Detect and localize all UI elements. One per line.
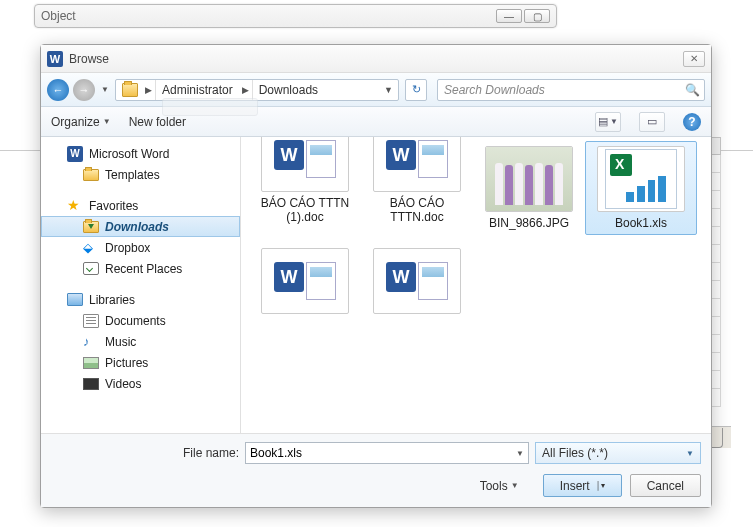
address-breadcrumb[interactable]: ▶ Administrator ▶ Downloads ▼ [115,79,399,101]
close-button[interactable]: ✕ [683,51,705,67]
file-label: BIN_9866.JPG [489,216,569,230]
file-item[interactable]: W [361,243,473,319]
nav-label: Microsoft Word [89,147,169,161]
chevron-down-icon[interactable]: ▼ [516,449,524,458]
object-dialog-titlebar: Object — ▢ [34,4,557,28]
nav-label: Pictures [105,356,148,370]
file-item[interactable]: BIN_9866.JPG [473,141,585,235]
search-input[interactable] [442,82,685,98]
filename-combobox[interactable]: Book1.xls ▼ [245,442,529,464]
nav-label: Music [105,335,136,349]
view-mode-button[interactable]: ▤ ▼ [595,112,621,132]
refresh-button[interactable]: ↻ [405,79,427,101]
word-doc-icon: W [373,137,461,192]
organize-button[interactable]: Organize▼ [51,115,111,129]
breadcrumb-seg-1[interactable]: Administrator [155,80,239,100]
chevron-down-icon[interactable]: ▼ [381,85,396,95]
nav-label: Documents [105,314,166,328]
filter-value: All Files (*.*) [542,446,686,460]
browse-titlebar: W Browse ✕ [41,45,711,73]
nav-group-libraries[interactable]: Libraries [41,289,240,310]
search-icon[interactable]: 🔍 [685,83,700,97]
search-box[interactable]: 🔍 [437,79,705,101]
browse-title: Browse [69,52,683,66]
nav-item-music[interactable]: ♪Music [41,331,240,352]
history-dropdown-icon[interactable]: ▼ [99,79,111,101]
word-doc-icon: W [261,137,349,192]
new-folder-button[interactable]: New folder [129,115,186,129]
folder-icon [122,83,138,97]
breadcrumb-seg-2[interactable]: Downloads [252,80,324,100]
nav-item-recent[interactable]: Recent Places [41,258,240,279]
back-button[interactable]: ← [47,79,69,101]
preview-pane-button[interactable]: ▭ [639,112,665,132]
minimize-button[interactable]: — [496,9,522,23]
nav-label: Downloads [105,220,169,234]
navigation-pane: WMicrosoft Word Templates ★Favorites Dow… [41,137,241,433]
chevron-right-icon[interactable]: ▶ [142,85,155,95]
nav-item-templates[interactable]: Templates [41,164,240,185]
address-bar-row: ← → ▼ ▶ Administrator ▶ Downloads ▼ ↻ 🔍 [41,73,711,107]
forward-button[interactable]: → [73,79,95,101]
disabled-title-button [162,98,258,116]
word-doc-icon: W [261,248,349,314]
nav-label: Videos [105,377,141,391]
insert-button[interactable]: Insert│▾ [543,474,622,497]
nav-item-documents[interactable]: Documents [41,310,240,331]
nav-label: Favorites [89,199,138,213]
file-label: BÁO CÁO TTTN.doc [367,196,467,225]
nav-label: Templates [105,168,160,182]
help-icon[interactable]: ? [683,113,701,131]
image-thumbnail [485,146,573,212]
nav-label: Dropbox [105,241,150,255]
cancel-button[interactable]: Cancel [630,474,701,497]
file-item[interactable]: W BÁO CÁO TTTN (1).doc [249,137,361,235]
dialog-bottom-bar: File name: Book1.xls ▼ All Files (*.*) ▼… [41,433,711,507]
tools-button[interactable]: Tools▼ [464,474,535,497]
word-app-icon: W [47,51,63,67]
nav-item-videos[interactable]: Videos [41,373,240,394]
excel-file-icon [597,146,685,212]
browse-dialog: W Browse ✕ ← → ▼ ▶ Administrator ▶ Downl… [40,44,712,508]
filename-label: File name: [51,446,239,460]
toolbar: Organize▼ New folder ▤ ▼ ▭ ? [41,107,711,137]
file-label: Book1.xls [615,216,667,230]
nav-label: Libraries [89,293,135,307]
file-type-filter[interactable]: All Files (*.*) ▼ [535,442,701,464]
file-item[interactable]: W [249,243,361,319]
word-doc-icon: W [373,248,461,314]
maximize-button[interactable]: ▢ [524,9,550,23]
chevron-right-icon[interactable]: ▶ [239,85,252,95]
nav-item-pictures[interactable]: Pictures [41,352,240,373]
filename-value: Book1.xls [250,446,516,460]
nav-item-downloads[interactable]: Downloads [41,216,240,237]
nav-group-word[interactable]: WMicrosoft Word [41,143,240,164]
chevron-down-icon[interactable]: ▼ [686,449,694,458]
object-dialog-title: Object [41,9,496,23]
nav-item-dropbox[interactable]: ⬙Dropbox [41,237,240,258]
nav-group-favorites[interactable]: ★Favorites [41,195,240,216]
file-item[interactable]: W BÁO CÁO TTTN.doc [361,137,473,235]
file-item-selected[interactable]: Book1.xls [585,141,697,235]
nav-label: Recent Places [105,262,182,276]
file-label: BÁO CÁO TTTN (1).doc [255,196,355,225]
file-list-pane[interactable]: W BÁO CÁO TTTN (1).doc W BÁO CÁO TTTN.do… [241,137,711,433]
